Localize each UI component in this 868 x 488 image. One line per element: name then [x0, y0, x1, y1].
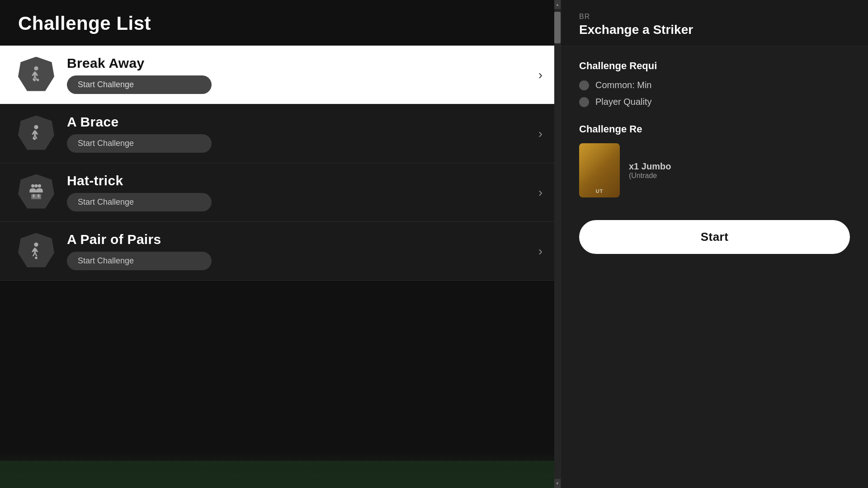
reward-row: UT x1 Jumbo (Untrade	[579, 143, 850, 197]
challenge-list-panel: Challenge List Break Away Start Challeng…	[0, 0, 561, 488]
details-body: Challenge Requi Common: Min Player Quali…	[561, 47, 868, 488]
down-arrow-icon: ▼	[556, 481, 560, 486]
requirements-label: Challenge Requi	[579, 60, 850, 72]
reward-info-sub: (Untrade	[629, 172, 671, 180]
breadcrumb: Br	[579, 13, 850, 21]
challenge-item-break-away[interactable]: Break Away Start Challenge ›	[0, 46, 561, 104]
details-panel: Br Exchange a Striker Challenge Requi Co…	[561, 0, 868, 488]
reward-card: UT	[579, 143, 620, 197]
requirement-item-0: Common: Min	[579, 80, 850, 90]
svg-point-8	[34, 242, 38, 246]
start-challenge-main-button[interactable]: Start	[579, 220, 850, 254]
svg-point-4	[33, 137, 36, 140]
scrollbar-down-arrow[interactable]: ▼	[554, 479, 561, 488]
scrollbar-track[interactable]: ▲ ▼	[554, 0, 561, 488]
start-challenge-pair-of-pairs-button[interactable]: Start Challenge	[67, 252, 212, 270]
requirements-list: Common: Min Player Quality	[579, 80, 850, 107]
start-challenge-hat-trick-button[interactable]: Start Challenge	[67, 193, 212, 211]
rewards-label: Challenge Re	[579, 123, 850, 135]
rewards-section: Challenge Re UT x1 Jumbo (Untrade	[579, 123, 850, 197]
striker-icon-3	[26, 241, 46, 261]
striker-icon-2	[26, 124, 46, 144]
challenge-name-break-away: Break Away	[67, 56, 529, 71]
challenge-info-a-brace: A Brace Start Challenge	[67, 114, 529, 153]
start-challenge-a-brace-button[interactable]: Start Challenge	[67, 134, 212, 153]
up-arrow-icon: ▲	[556, 2, 560, 7]
chevron-right-a-brace: ›	[538, 127, 542, 141]
req-text-1: Player Quality	[595, 97, 652, 107]
striker-icon	[26, 65, 46, 85]
reward-info-text: x1 Jumbo	[629, 161, 671, 172]
chevron-right-pair-of-pairs: ›	[538, 244, 542, 258]
challenge-list-header: Challenge List	[0, 0, 561, 46]
start-challenge-break-away-button[interactable]: Start Challenge	[67, 75, 212, 94]
svg-point-1	[33, 79, 36, 81]
svg-point-7	[34, 184, 38, 187]
reward-card-shine	[579, 143, 620, 197]
chevron-right-hat-trick: ›	[538, 185, 542, 200]
reward-info: x1 Jumbo (Untrade	[629, 161, 671, 180]
svg-point-6	[38, 184, 41, 187]
svg-point-9	[35, 256, 38, 259]
svg-point-3	[34, 125, 38, 129]
grass-decoration	[0, 461, 561, 488]
scrollbar-thumb[interactable]	[554, 12, 561, 43]
challenge-icon-a-brace	[18, 116, 54, 152]
team-icon	[26, 183, 46, 202]
scrollbar-up-arrow[interactable]: ▲	[554, 0, 561, 9]
challenge-name-a-brace: A Brace	[67, 114, 529, 130]
challenge-name-hat-trick: Hat-trick	[67, 173, 529, 188]
details-header: Br Exchange a Striker	[561, 0, 868, 47]
challenge-list-title: Challenge List	[18, 13, 542, 34]
challenge-item-a-brace[interactable]: A Brace Start Challenge ›	[0, 104, 561, 163]
challenge-info-pair-of-pairs: A Pair of Pairs Start Challenge	[67, 232, 529, 270]
req-text-0: Common: Min	[595, 80, 651, 90]
svg-point-5	[31, 184, 34, 187]
challenge-name-pair-of-pairs: A Pair of Pairs	[67, 232, 529, 247]
challenge-icon-pair-of-pairs	[18, 233, 54, 269]
requirement-item-1: Player Quality	[579, 97, 850, 107]
challenge-item-pair-of-pairs[interactable]: A Pair of Pairs Start Challenge ›	[0, 222, 561, 281]
challenge-icon-hat-trick	[18, 174, 54, 211]
challenge-icon-break-away	[18, 57, 54, 93]
req-dot-1	[579, 97, 589, 107]
svg-point-0	[34, 66, 38, 70]
challenge-item-hat-trick[interactable]: Hat-trick Start Challenge ›	[0, 163, 561, 222]
challenges-container[interactable]: Break Away Start Challenge › A Brace Sta…	[0, 46, 561, 488]
chevron-right-break-away: ›	[538, 68, 542, 82]
req-dot-0	[579, 80, 589, 90]
challenge-info-hat-trick: Hat-trick Start Challenge	[67, 173, 529, 211]
details-subtitle: Exchange a Striker	[579, 23, 850, 37]
svg-point-2	[37, 79, 39, 81]
challenge-info-break-away: Break Away Start Challenge	[67, 56, 529, 94]
